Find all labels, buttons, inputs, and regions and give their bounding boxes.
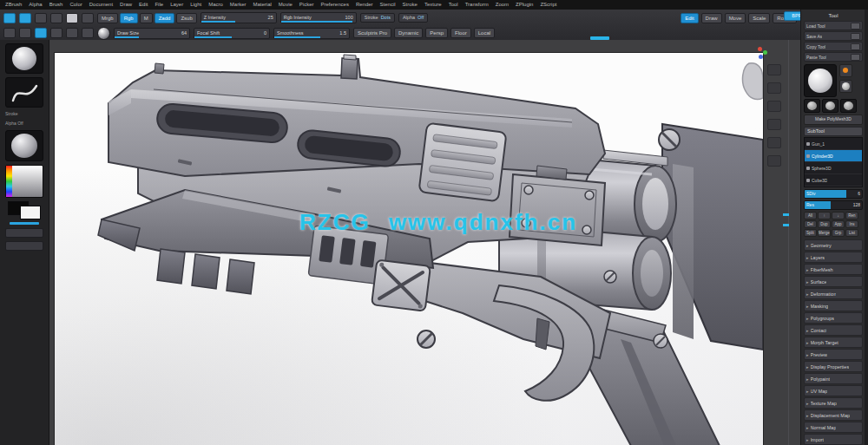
quicksave-icon[interactable] [19,13,31,23]
transform-button[interactable]: Move [725,13,746,23]
subpalette-row[interactable]: ▸ Displacement Map [804,409,863,421]
menu-item[interactable]: Layer [170,0,183,10]
tool-file-button[interactable]: Copy Tool [804,42,863,51]
menu-item[interactable]: Material [253,0,272,10]
menu-item[interactable]: Zoom [496,0,509,10]
subpalette-row[interactable]: ▸ Deformation [804,288,863,299]
subtool-action-button[interactable]: Merge [818,229,831,237]
subtool-action-button[interactable]: Dup [818,220,831,228]
simple-brush-icon[interactable] [839,64,852,77]
transform-button[interactable]: Scale [748,13,770,23]
subtool-item[interactable]: Sphere3D [805,162,862,174]
make-polymesh-button[interactable]: Make PolyMesh3D [804,115,863,125]
secondary-color-swatch[interactable] [20,206,41,219]
mode-button[interactable]: Zadd [155,13,175,23]
sphere-tool-icon[interactable] [839,80,852,93]
toggle-button[interactable]: Floor [450,28,471,38]
subpalette-row[interactable]: ▸ Masking [804,300,863,311]
subpalette-row[interactable]: ▸ Surface [804,276,863,287]
panel-slider[interactable]: SDiv 6 [804,189,863,199]
subtool-action-button[interactable]: List [845,229,858,237]
subtool-action-button[interactable]: Del [804,220,817,228]
toolbar-icon[interactable] [3,28,16,38]
toggle-button[interactable]: Dynamic [394,28,423,38]
subpalette-row[interactable]: ▸ UV Map [804,385,863,396]
shelf-button[interactable] [5,241,43,251]
subtool-action-button[interactable]: Ins [845,220,858,228]
menu-item[interactable]: Texture [424,0,442,10]
toolbar-icon[interactable] [66,13,78,23]
menu-item[interactable]: ZScript [540,0,556,10]
toolbar-icon[interactable] [50,28,62,38]
subtool-action-button[interactable]: Split [804,229,817,237]
recent-tool-thumb[interactable] [840,99,857,113]
shelf-icon[interactable] [767,137,781,148]
subtool-item[interactable]: Cylinder3D [805,150,862,162]
menu-item[interactable]: File [155,0,163,10]
selector-box[interactable]: Alpha Off [398,13,428,23]
toolbar-slider[interactable]: Smoothness 1.5 [273,28,350,39]
tool-file-button[interactable]: Paste Tool [804,52,863,62]
menu-item[interactable]: Stencil [380,0,396,10]
shelf-icon[interactable] [767,101,781,112]
subtool-header[interactable]: SubTool [804,127,863,136]
menu-item[interactable]: Picker [299,0,314,10]
toggle-button[interactable]: Persp [425,28,448,38]
stroke-preview[interactable] [5,77,43,108]
subtool-action-button[interactable]: App [832,220,845,228]
subtool-item[interactable]: Cube3D [805,174,862,187]
subpalette-row[interactable]: ▸ Polypaint [804,373,863,384]
menu-item[interactable]: Transform [465,0,489,10]
subtool-item[interactable]: Gun_1 [805,138,862,150]
toolbar-icon[interactable] [50,13,62,23]
subtool-action-button[interactable]: ↑ [818,212,831,219]
visibility-eye-icon[interactable] [806,154,810,158]
subtool-action-button[interactable]: Ren [845,212,858,219]
menu-item[interactable]: Brush [49,0,63,10]
menu-item[interactable]: Macro [208,0,223,10]
subpalette-row[interactable]: ▸ Preview [804,349,863,360]
subtool-action-button[interactable]: All [804,212,817,219]
menu-item[interactable]: Color [69,0,82,10]
mode-button[interactable]: M [140,13,153,23]
tray-divider[interactable] [788,40,789,445]
menu-item[interactable]: ZBrush [5,0,22,10]
toolbar-icon[interactable] [35,28,47,38]
toolbar-icon[interactable] [19,28,31,38]
toolbar-icon[interactable] [82,28,94,38]
visibility-eye-icon[interactable] [806,142,810,146]
menu-item[interactable]: Marker [230,0,247,10]
subtool-action-button[interactable]: ↓ [832,212,845,219]
menu-item[interactable]: Light [190,0,201,10]
subpalette-row[interactable]: ▸ FiberMesh [804,264,863,275]
mode-button[interactable]: Mrgb [97,13,118,23]
subpalette-row[interactable]: ▸ Polygroups [804,312,863,324]
recent-tool-thumb[interactable] [822,99,838,113]
subtool-action-button[interactable]: Grp [832,229,845,237]
subpalette-row[interactable]: ▸ Contact [804,324,863,336]
toolbar-icon[interactable] [82,13,94,23]
current-brush-thumbnail[interactable] [5,43,43,74]
axis-gizmo[interactable] [758,47,768,61]
color-ring-icon[interactable] [97,27,110,40]
toolbar-slider[interactable]: Z Intensity 25 [201,12,277,23]
subpalette-row[interactable]: ▸ Layers [804,252,863,263]
mode-button[interactable]: Zsub [176,13,196,23]
menu-item[interactable]: Draw [120,0,132,10]
toolbar-slider[interactable]: Rgb Intensity 100 [280,12,357,23]
subpalette-row[interactable]: ▸ Morph Target [804,337,863,348]
transform-button[interactable]: Draw [701,13,722,23]
color-picker[interactable] [5,165,43,198]
shelf-icon[interactable] [767,155,781,167]
menu-item[interactable]: Tool [449,0,458,10]
selector-box[interactable]: Stroke Dots [360,13,395,23]
toolbar-icon[interactable] [35,13,47,23]
shelf-icon[interactable] [767,82,781,94]
toolbar-slider[interactable]: Focal Shift 0 [194,28,270,39]
recent-tool-thumb[interactable] [804,99,820,113]
menu-item[interactable]: Preferences [321,0,349,10]
tool-file-button[interactable]: Load Tool [804,21,863,30]
lightbox-icon[interactable] [3,13,16,23]
shelf-button[interactable] [5,228,43,238]
toolbar-icon[interactable] [66,28,78,38]
